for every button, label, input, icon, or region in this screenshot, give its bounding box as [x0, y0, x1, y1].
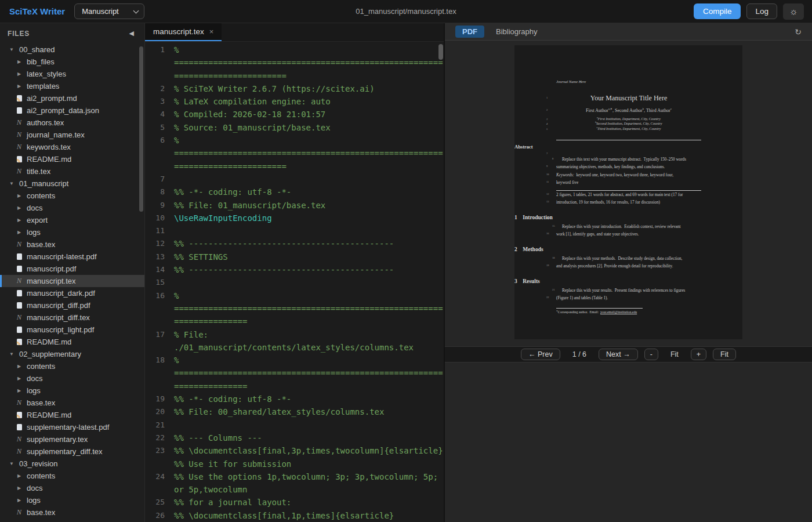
line-number: 5 [147, 121, 165, 134]
tree-folder-contents[interactable]: ▶contents [0, 360, 144, 372]
tree-folder-logs[interactable]: ▶logs [0, 385, 144, 397]
tree-file-readme-md[interactable]: README.md [0, 153, 144, 165]
zoom-level-display: Fit [670, 350, 679, 358]
tree-file-manuscript-light-pdf[interactable]: manuscript_light.pdf [0, 324, 144, 336]
editor-tab-manuscript-tex[interactable]: manuscript.tex × [145, 23, 222, 41]
code-text: % LaTeX compilation engine: auto [174, 95, 444, 108]
tree-folder-latex-styles[interactable]: ▶latex_styles [0, 68, 144, 80]
fit-button[interactable]: Fit [713, 349, 736, 360]
file-label: authors.tex [27, 118, 64, 127]
tree-file-authors-tex[interactable]: Nauthors.tex [0, 117, 144, 129]
pdf-row: 2First Authora,∗, Second Authorb, Third … [556, 107, 701, 114]
theme-toggle-button[interactable]: ☼ [783, 3, 804, 20]
code-text: %% File: 00_shared/latex_styles/columns.… [174, 405, 444, 418]
tree-file-manuscript-diff-tex[interactable]: Nmanuscript_diff.tex [0, 311, 144, 324]
tree-file-manuscript-pdf[interactable]: manuscript.pdf [0, 263, 144, 275]
tree-file-manuscript-dark-pdf[interactable]: manuscript_dark.pdf [0, 287, 144, 299]
sidebar-scrollbar[interactable] [139, 46, 143, 212]
code-line: 10\UseRawInputEncoding [147, 212, 444, 224]
zoom-out-button[interactable]: - [644, 349, 658, 360]
file-label: ai2_prompt_data.json [27, 106, 99, 115]
tree-folder-bib-files[interactable]: ▶bib_files [0, 56, 144, 68]
line-number: 8 [147, 186, 165, 198]
tree-folder-docs[interactable]: ▶docs [0, 372, 144, 385]
line-number: 10 [147, 212, 165, 224]
tree-folder-docs[interactable]: ▶docs [0, 482, 144, 494]
line-number: 20 [147, 405, 165, 418]
file-label: bib_files [27, 57, 55, 66]
tree-file-ai2-prompt-data-json[interactable]: ai2_prompt_data.json [0, 104, 144, 117]
pdf-line-number: 9 [546, 165, 548, 168]
tree-folder-templates[interactable]: ▶templates [0, 80, 144, 92]
tree-file-ai2-prompt-md[interactable]: ai2_prompt.md [0, 92, 144, 104]
log-button[interactable]: Log [746, 3, 777, 19]
file-label: supplementary-latest.pdf [27, 423, 109, 432]
tree-folder-00-shared[interactable]: ▼00_shared [0, 44, 144, 56]
sidebar-collapse-button[interactable]: ◀ [129, 30, 134, 37]
pdf-text: keyword one, keyword two, keyword three,… [574, 173, 673, 177]
tree-file-readme-md[interactable]: README.md [0, 409, 144, 421]
tree-file-manuscript-latest-pdf[interactable]: manuscript-latest.pdf [0, 251, 144, 263]
folder-closed-icon: ▶ [15, 84, 23, 89]
code-text: % ======================================… [174, 354, 444, 393]
tree-folder-logs[interactable]: ▶logs [0, 494, 144, 506]
pdf-row [556, 308, 643, 309]
compile-button[interactable]: Compile [694, 3, 741, 19]
file-label: base.tex [27, 398, 55, 407]
tree-file-title-tex[interactable]: Ntitle.tex [0, 165, 144, 177]
document-type-select[interactable]: Manuscript [74, 3, 144, 19]
code-line: 19%% -*- coding: utf-8 -*- [147, 393, 444, 405]
code-area[interactable]: 1% =====================================… [145, 42, 444, 522]
tree-folder-export[interactable]: ▶export [0, 214, 144, 226]
tree-folder-contents[interactable]: ▶contents [0, 190, 144, 202]
tree-file-supplementary-tex[interactable]: Nsupplementary.tex [0, 433, 144, 445]
code-text: % SciTeX Writer 2.6.7 (https://scitex.ai… [174, 82, 444, 95]
editor-scrollbar[interactable] [438, 44, 443, 60]
tree-file-journal-name-tex[interactable]: Njournal_name.tex [0, 129, 144, 141]
file-label: manuscript_diff.tex [27, 313, 90, 322]
zoom-in-button[interactable]: + [691, 349, 706, 360]
app-window: SciTeX Writer Manuscript 01_manuscript/m… [0, 0, 812, 522]
code-text: %% \documentclass[final,3p,times,twocolu… [174, 444, 444, 470]
code-text: % Compiled: 2026-02-18 21:01:57 [174, 108, 444, 121]
pdf-row: 16work [1], identify gaps, and state you… [556, 231, 701, 239]
tree-file-supplementary-diff-tex[interactable]: Nsupplementary_diff.tex [0, 445, 144, 458]
file-label: README.md [27, 411, 71, 419]
tab-pdf[interactable]: PDF [455, 26, 484, 38]
tree-folder-02-supplementary[interactable]: ▼02_supplementary [0, 348, 144, 360]
pdf-viewer[interactable]: Journal Name Here1Your Manuscript Title … [445, 41, 812, 346]
tex-file-icon: N [15, 168, 23, 176]
tree-folder-docs[interactable]: ▶docs [0, 202, 144, 214]
line-number: 25 [147, 496, 165, 509]
pdf-row: 11keyword five [556, 179, 701, 187]
code-line: 22%% --- Columns --- [147, 432, 444, 444]
tree-file-base-tex[interactable]: Nbase.tex [0, 397, 144, 409]
tree-file-manuscript-tex[interactable]: Nmanuscript.tex [0, 275, 144, 287]
line-number: 24 [147, 470, 165, 496]
pdf-row: 15Replace this with your introduction. E… [556, 223, 701, 231]
pdf-row: 122 figures, 1 tables, 21 words for abst… [556, 191, 701, 200]
prev-page-button[interactable]: ← Prev [521, 349, 560, 360]
tree-file-base-tex[interactable]: Nbase.tex [0, 238, 144, 251]
tree-file-supplementary-latest-pdf[interactable]: supplementary-latest.pdf [0, 421, 144, 433]
folder-closed-icon: ▶ [15, 205, 23, 211]
tree-file-base-tex[interactable]: Nbase.tex [0, 506, 144, 519]
refresh-button[interactable]: ↻ [795, 27, 802, 37]
tree-folder-01-manuscript[interactable]: ▼01_manuscript [0, 177, 144, 190]
tab-bibliography[interactable]: Bibliography [496, 27, 538, 36]
app-logo: SciTeX Writer [9, 6, 65, 16]
tree-folder-03-revision[interactable]: ▼03_revision [0, 458, 144, 470]
file-label: manuscript.pdf [27, 264, 76, 273]
tab-close-icon[interactable]: × [209, 27, 214, 36]
tree-folder-contents[interactable]: ▶contents [0, 470, 144, 482]
code-text: % ======================================… [174, 44, 444, 82]
next-page-button[interactable]: Next → [599, 349, 638, 360]
line-number: 12 [147, 237, 165, 250]
code-line: 20%% File: 00_shared/latex_styles/column… [147, 405, 444, 418]
tree-file-keywords-tex[interactable]: Nkeywords.tex [0, 141, 144, 153]
tree-folder-logs[interactable]: ▶logs [0, 226, 144, 238]
code-line: 26%% \documentclass[final,1p,times]{elsa… [147, 509, 444, 522]
tree-file-manuscript-diff-pdf[interactable]: manuscript_diff.pdf [0, 299, 144, 311]
tree-file-readme-md[interactable]: README.md [0, 336, 144, 348]
code-text: % ======================================… [174, 289, 444, 328]
